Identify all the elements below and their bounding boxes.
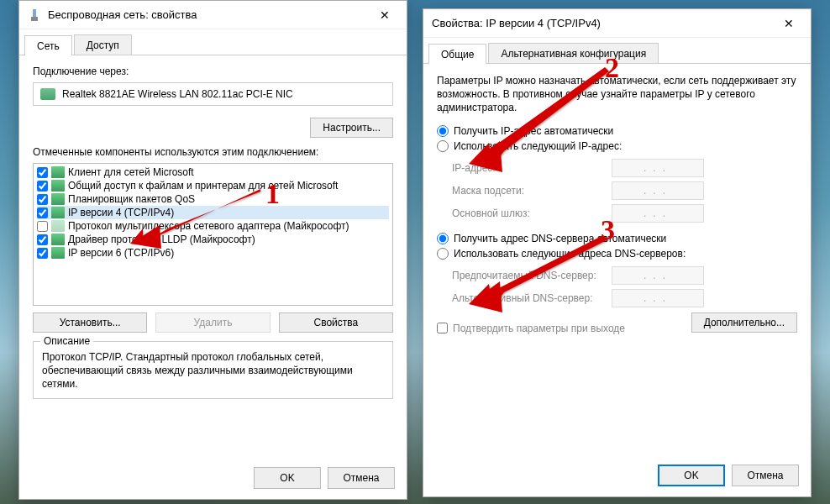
cancel-button[interactable]: Отмена (732, 465, 799, 486)
radio-dns-auto[interactable]: Получить адрес DNS-сервера автоматически (437, 233, 797, 244)
list-item-label: Планировщик пакетов QoS (68, 193, 195, 205)
checkbox[interactable] (37, 181, 48, 192)
radio-label: Использовать следующие адреса DNS-сервер… (454, 248, 686, 260)
list-item[interactable]: IP версии 6 (TCP/IPv6) (37, 246, 389, 260)
description-group: Описание Протокол TCP/IP. Стандартный пр… (33, 341, 393, 399)
components-list[interactable]: Клиент для сетей Microsoft Общий доступ … (33, 163, 393, 306)
dns-pref-label: Предпочитаемый DNS-сервер: (452, 270, 612, 281)
svg-rect-1 (31, 17, 38, 21)
dns-fields: Предпочитаемый DNS-сервер:... Альтернати… (437, 266, 797, 307)
close-button[interactable]: ✕ (368, 3, 402, 27)
tab-row: Общие Альтернативная конфигурация (423, 38, 811, 64)
dialog-title: Свойства: IP версии 4 (TCP/IPv4) (432, 17, 772, 29)
ipv4-properties-dialog: Свойства: IP версии 4 (TCP/IPv4) ✕ Общие… (423, 8, 812, 497)
protocol-icon (51, 247, 65, 259)
radio-label: Получить адрес DNS-сервера автоматически (454, 233, 666, 244)
dns-alt-label: Альтернативный DNS-сервер: (452, 292, 612, 304)
tab-row: Сеть Доступ (19, 29, 407, 55)
close-button[interactable]: ✕ (772, 12, 806, 35)
list-item[interactable]: Общий доступ к файлам и принтерам для се… (37, 179, 389, 192)
protocol-icon (51, 220, 65, 232)
list-item[interactable]: Протокол мультиплексора сетевого адаптер… (37, 219, 389, 233)
list-item[interactable]: Клиент для сетей Microsoft (37, 165, 389, 179)
protocol-icon (51, 166, 65, 178)
radio-ip-manual[interactable]: Использовать следующий IP-адрес: (437, 140, 797, 152)
protocol-icon (51, 207, 65, 218)
ok-button[interactable]: OK (254, 467, 321, 489)
checkbox[interactable] (437, 323, 448, 333)
protocol-icon (51, 180, 65, 192)
mask-label: Маска подсети: (452, 185, 612, 197)
list-item-label: Протокол мультиплексора сетевого адаптер… (68, 220, 349, 232)
list-item-label: IP версии 4 (TCP/IPv4) (68, 207, 174, 218)
list-item-selected[interactable]: IP версии 4 (TCP/IPv4) (37, 206, 389, 219)
adapter-box: Realtek 8821AE Wireless LAN 802.11ac PCI… (33, 82, 393, 106)
radio-input[interactable] (437, 248, 449, 260)
list-item-label: IP версии 6 (TCP/IPv6) (68, 247, 174, 259)
radio-ip-auto[interactable]: Получить IP-адрес автоматически (437, 125, 797, 137)
description-title: Описание (40, 335, 93, 347)
adapter-name: Realtek 8821AE Wireless LAN 802.11ac PCI… (62, 88, 293, 100)
radio-dns-manual[interactable]: Использовать следующие адреса DNS-сервер… (437, 248, 797, 260)
uninstall-button: Удалить (155, 312, 270, 333)
cancel-button[interactable]: Отмена (328, 467, 395, 489)
ip-radio-group: Получить IP-адрес автоматически Использо… (437, 125, 797, 152)
list-item[interactable]: Планировщик пакетов QoS (37, 192, 389, 206)
checkbox[interactable] (37, 167, 48, 178)
radio-label: Использовать следующий IP-адрес: (454, 140, 622, 152)
checkbox[interactable] (37, 221, 48, 232)
radio-input[interactable] (437, 233, 449, 244)
properties-button[interactable]: Свойства (279, 312, 393, 333)
checkbox[interactable] (37, 194, 48, 205)
titlebar: Свойства: IP версии 4 (TCP/IPv4) ✕ (423, 9, 811, 38)
gateway-label: Основной шлюз: (452, 207, 612, 219)
radio-label: Получить IP-адрес автоматически (454, 125, 613, 137)
network-adapter-icon (28, 8, 41, 22)
list-item-label: Драйвер протокола LLDP (Майкрософт) (68, 234, 255, 245)
svg-rect-0 (33, 9, 36, 17)
list-item-label: Клиент для сетей Microsoft (68, 166, 194, 178)
protocol-icon (51, 234, 65, 245)
tab-access[interactable]: Доступ (74, 34, 132, 55)
tab-alternative[interactable]: Альтернативная конфигурация (488, 43, 659, 63)
dns-pref-input: ... (612, 266, 704, 285)
dns-alt-input: ... (612, 289, 704, 307)
checkbox[interactable] (37, 207, 48, 218)
dialog-title: Беспроводная сеть: свойства (48, 8, 368, 21)
ip-label: IP-адрес: (452, 162, 612, 174)
advanced-button[interactable]: Дополнительно... (691, 312, 797, 333)
radio-input[interactable] (437, 125, 449, 137)
ip-input: ... (612, 159, 704, 177)
tab-network[interactable]: Сеть (24, 35, 72, 55)
components-label: Отмеченные компоненты используются этим … (33, 146, 393, 158)
adapter-icon (40, 88, 55, 100)
gateway-input: ... (612, 204, 704, 223)
radio-input[interactable] (437, 140, 449, 152)
ip-fields: IP-адрес:... Маска подсети:... Основной … (437, 159, 797, 223)
tab-general[interactable]: Общие (428, 44, 486, 64)
checkbox[interactable] (37, 248, 48, 259)
list-item-label: Общий доступ к файлам и принтерам для се… (68, 180, 338, 192)
ok-button[interactable]: OK (658, 465, 725, 486)
titlebar: Беспроводная сеть: свойства ✕ (19, 1, 407, 29)
checkbox[interactable] (37, 234, 48, 245)
install-button[interactable]: Установить... (33, 312, 147, 333)
checkbox-label: Подтвердить параметры при выходе (453, 323, 625, 334)
connect-via-label: Подключение через: (33, 66, 393, 77)
description-text: Протокол TCP/IP. Стандартный протокол гл… (42, 350, 384, 391)
dns-radio-group: Получить адрес DNS-сервера автоматически… (437, 233, 797, 260)
network-properties-dialog: Беспроводная сеть: свойства ✕ Сеть Досту… (18, 0, 407, 500)
info-text: Параметры IP можно назначать автоматичес… (437, 74, 797, 115)
mask-input: ... (612, 181, 704, 200)
list-item[interactable]: Драйвер протокола LLDP (Майкрософт) (37, 233, 389, 246)
protocol-icon (51, 193, 65, 205)
configure-button[interactable]: Настроить... (310, 118, 393, 138)
